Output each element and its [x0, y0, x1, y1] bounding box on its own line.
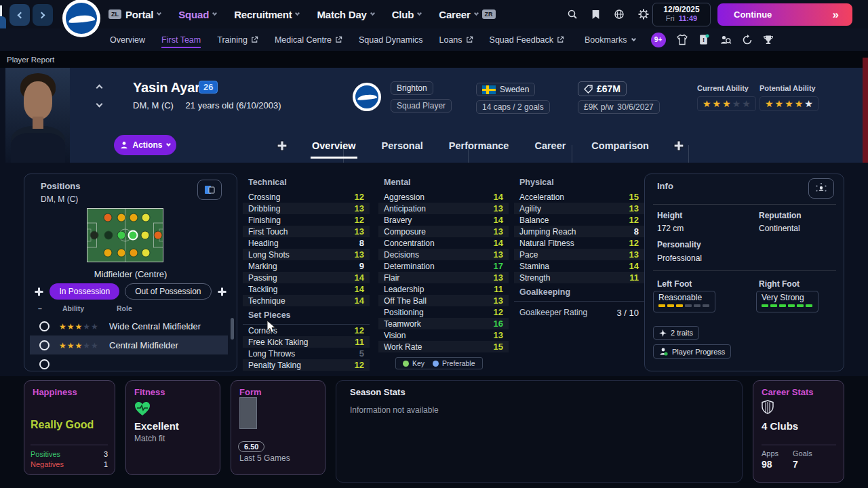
- form-card[interactable]: Form 6.50 Last 5 Games: [231, 380, 326, 475]
- tab-performance[interactable]: Performance: [448, 138, 511, 154]
- height-value: 172 cm: [657, 224, 684, 233]
- attribute-label: Flair: [384, 273, 399, 283]
- tab-comparison[interactable]: Comparison: [590, 138, 650, 154]
- add-icon[interactable]: [217, 287, 227, 297]
- subnav-label: First Team: [161, 35, 201, 45]
- foot-strength-segment: [658, 304, 665, 307]
- subnav-training[interactable]: Training: [217, 31, 258, 49]
- menu-match-day[interactable]: Match Day: [317, 9, 374, 20]
- position-dot: [142, 249, 150, 256]
- role-stars: ★★★★★: [59, 339, 109, 351]
- star-gold: ★: [59, 341, 67, 350]
- role-row[interactable]: ★★★★★ Central Midfielder: [30, 336, 228, 354]
- attribute-row-balance: Balance 12: [514, 214, 644, 226]
- attribute-value: 14: [629, 261, 639, 271]
- subnav-label: Medical Centre: [275, 35, 332, 45]
- bookmark-flag-icon[interactable]: [591, 9, 600, 20]
- attribute-row-agility: Agility 13: [514, 203, 644, 214]
- subnav-medical-centre[interactable]: Medical Centre: [275, 31, 342, 49]
- actions-button[interactable]: Actions: [114, 135, 176, 155]
- subnav-overview[interactable]: Overview: [110, 31, 145, 49]
- subnav-first-team[interactable]: First Team: [161, 31, 201, 49]
- attribute-value: 13: [494, 272, 503, 283]
- report-document-icon[interactable]: !: [698, 34, 709, 45]
- role-row[interactable]: ★★★★★ Wide Central Midfielder: [30, 317, 228, 336]
- player-subline: DM, M (C) 21 years old (6/10/2003): [133, 100, 281, 110]
- menu-career[interactable]: Career ZR: [439, 9, 495, 20]
- attribute-value: 14: [355, 296, 364, 306]
- foot-strength-segment: [667, 304, 674, 307]
- wage-contract-chip[interactable]: £9K p/w 30/6/2027: [578, 100, 660, 114]
- star-gold: ★: [722, 98, 731, 109]
- transfer-value-chip[interactable]: £67M: [578, 81, 627, 96]
- role-radio[interactable]: [39, 340, 50, 350]
- attribute-label: Bravery: [384, 216, 412, 225]
- notifications-badge[interactable]: 9+: [651, 33, 666, 47]
- back-button[interactable]: [9, 4, 30, 26]
- game-time: 11:49: [679, 14, 698, 22]
- attribute-label: Acceleration: [519, 192, 564, 202]
- form-rating-badge: 6.50: [238, 441, 264, 452]
- menu-portal[interactable]: ZL Portal: [108, 9, 161, 20]
- attribute-row-bravery: Bravery 14: [378, 214, 509, 226]
- squad-shirt-icon[interactable]: [676, 34, 688, 45]
- nation-chip[interactable]: Sweden: [476, 83, 535, 96]
- scouting-search-icon[interactable]: [719, 34, 732, 45]
- career-stats-title: Career Stats: [762, 387, 814, 397]
- price-tag-icon: [584, 85, 593, 94]
- tab-personal[interactable]: Personal: [380, 138, 425, 154]
- subnav-loans[interactable]: Loans: [439, 31, 473, 49]
- menu-squad[interactable]: Squad: [178, 9, 216, 20]
- legend-key: Key: [403, 359, 425, 367]
- position-report-icon-button[interactable]: [197, 180, 222, 200]
- player-age: 21 years old (6/10/2003): [186, 100, 281, 110]
- roles-scrollbar[interactable]: [231, 318, 234, 340]
- add-icon[interactable]: [34, 287, 44, 297]
- star-gold: ★: [765, 98, 774, 109]
- star-empty: ★: [91, 322, 99, 331]
- previous-player-button[interactable]: [94, 84, 104, 91]
- career-stats-card[interactable]: Career Stats 4 Clubs Apps 98 Goals 7: [753, 380, 844, 483]
- globe-icon[interactable]: [614, 9, 625, 20]
- continue-button[interactable]: Continue »: [717, 3, 852, 26]
- player-photo: [5, 68, 70, 163]
- attribute-value: 11: [629, 272, 639, 283]
- edge-accent: [863, 58, 868, 165]
- trophy-icon[interactable]: [763, 35, 774, 45]
- attribute-value: 14: [494, 215, 503, 225]
- tab-career[interactable]: Career: [533, 138, 567, 154]
- settings-gear-icon[interactable]: [638, 9, 649, 20]
- international-record-chip[interactable]: 14 caps / 2 goals: [476, 100, 550, 114]
- happiness-card[interactable]: Happiness Really Good Positives 3 Negati…: [24, 380, 115, 475]
- tab-overview[interactable]: Overview: [311, 138, 357, 154]
- menu-club[interactable]: Club: [392, 9, 422, 20]
- attribute-value: 14: [494, 238, 503, 248]
- add-tab-icon[interactable]: [673, 140, 684, 151]
- squad-status-chip[interactable]: Squad Player: [391, 99, 452, 113]
- traits-button[interactable]: 2 traits: [653, 326, 699, 340]
- attribute-value: 13: [629, 249, 639, 260]
- role-radio[interactable]: [39, 321, 50, 331]
- club-name-chip[interactable]: Brighton: [391, 81, 433, 95]
- sync-refresh-icon[interactable]: [742, 35, 753, 45]
- in-possession-toggle[interactable]: In Possession: [50, 283, 119, 300]
- star-gold: ★: [785, 98, 793, 109]
- relationships-icon-button[interactable]: [808, 178, 834, 199]
- attribute-row-strength: Strength 11: [514, 272, 644, 283]
- attribute-value: 13: [355, 226, 364, 237]
- add-tab-icon[interactable]: [277, 140, 288, 151]
- bookmarks-dropdown[interactable]: Bookmarks: [585, 35, 635, 45]
- forward-button[interactable]: [33, 4, 53, 26]
- game-clock: 12/9/2025 Fri11:49: [652, 3, 711, 26]
- top-bar: ZL Portal Squad Recruitment Match Day Cl…: [0, 0, 868, 28]
- subnav-squad-dynamics[interactable]: Squad Dynamics: [359, 31, 423, 49]
- subnav-squad-feedback[interactable]: Squad Feedback: [490, 31, 565, 49]
- next-player-button[interactable]: [94, 100, 104, 107]
- fitness-card[interactable]: Fitness Excellent Match fit: [125, 380, 220, 475]
- out-of-possession-toggle[interactable]: Out of Possession: [125, 283, 211, 300]
- minimize-icon[interactable]: –: [38, 304, 62, 312]
- search-icon[interactable]: [567, 9, 578, 20]
- attribute-value: 8: [359, 238, 364, 248]
- menu-recruitment[interactable]: Recruitment: [234, 9, 299, 20]
- player-progress-button[interactable]: Player Progress: [653, 344, 731, 359]
